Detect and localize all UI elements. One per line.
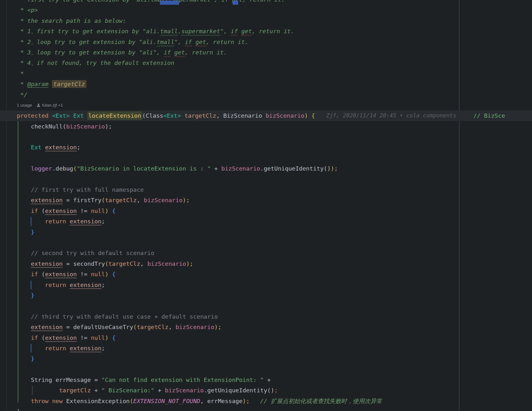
selection-highlight (233, 1, 238, 5)
code-line[interactable] (0, 174, 532, 184)
code-line[interactable]: } (0, 353, 532, 364)
code-line[interactable]: * <p> (0, 5, 532, 15)
code-token: ; (101, 218, 105, 225)
code-token: 扩展点初始化或者查找失败时，使用次异常 (271, 398, 382, 404)
code-token: . (178, 28, 181, 34)
code-token: ); (183, 197, 190, 203)
code-token (48, 81, 52, 87)
code-token: ); (186, 260, 193, 267)
code-token (17, 271, 31, 277)
code-line[interactable]: // second try with default scenario (0, 248, 532, 258)
code-line[interactable]: // first try with full namespace (0, 184, 532, 195)
code-line[interactable]: return extension; (0, 216, 532, 227)
code-token: get (174, 49, 185, 56)
code-token: bizScenario (175, 324, 214, 330)
code-line[interactable]: */ (0, 90, 532, 100)
code-line[interactable] (0, 364, 532, 375)
code-token (17, 165, 31, 172)
code-token: ", (174, 39, 185, 45)
code-token: = firstTry (63, 197, 102, 203)
code-area[interactable]: * first try to get extension by "ali.tma… (0, 0, 532, 411)
code-line[interactable]: logger.debug("BizScenario in locateExten… (0, 163, 532, 174)
code-line[interactable]: } (0, 290, 532, 301)
code-token: , (137, 197, 144, 203)
code-token: tmall (160, 28, 178, 34)
code-line[interactable]: * the search path is as below: (0, 16, 532, 26)
code-line[interactable]: if (extension != null) { (0, 206, 532, 216)
code-line[interactable]: extension = firstTry(targetClz, bizScena… (0, 195, 532, 205)
code-token: extension (31, 197, 63, 203)
code-line[interactable]: String errMessage = "Can not find extens… (0, 375, 532, 385)
code-token: * (20, 70, 24, 77)
code-token (17, 208, 31, 214)
code-token: EXTENSION_NOT_FOUND (133, 398, 200, 404)
code-token (171, 49, 174, 56)
code-line[interactable]: if (extension != null) { (0, 333, 532, 343)
code-token: targetClz (105, 197, 136, 203)
code-token: // BizSce (473, 110, 505, 121)
code-token (17, 398, 31, 404)
code-line[interactable] (0, 132, 532, 142)
code-token: tmall (157, 39, 174, 45)
scope-indent-guide (31, 344, 31, 352)
code-line[interactable]: 1 usagefulan.zjf +1 (0, 100, 532, 110)
code-line[interactable]: return extension; (0, 343, 532, 353)
code-line[interactable]: * @param targetClz (0, 79, 532, 89)
code-line[interactable]: targetClz + " BizScenario:" + bizScenari… (0, 385, 532, 395)
code-line[interactable]: } (0, 406, 532, 411)
user-icon (36, 103, 41, 107)
author-hint[interactable]: fulan.zjf +1 (42, 103, 63, 108)
code-line[interactable]: checkNull(bizScenario); (0, 121, 532, 132)
code-token (17, 229, 31, 235)
code-line[interactable]: extension = secondTry(targetClz, bizScen… (0, 258, 532, 269)
code-line[interactable]: } (0, 227, 532, 237)
code-line[interactable]: * 1、first try to get extension by "ali.t… (0, 26, 532, 36)
code-line[interactable]: * (0, 68, 532, 79)
code-token: ( (41, 208, 45, 214)
code-token: extension (45, 334, 77, 341)
code-line[interactable]: throw new ExtensionException(EXTENSION_N… (0, 396, 532, 406)
code-line[interactable] (0, 301, 532, 311)
code-token: return (45, 282, 70, 288)
code-token (238, 28, 241, 34)
code-line[interactable] (0, 153, 532, 163)
code-line[interactable]: // third try with default use case + def… (0, 311, 532, 322)
code-token: ) (105, 334, 109, 341)
code-line[interactable]: * 4、if not found, try the default extens… (0, 58, 532, 68)
code-token: ; (334, 165, 338, 172)
code-token: extension (45, 144, 77, 151)
code-token: { (112, 334, 116, 341)
code-token: "BizScenario in locateExtension is : " (77, 165, 211, 172)
code-token: { (112, 271, 116, 277)
code-token: // second try with default scenario (31, 250, 155, 256)
scope-indent-guide (31, 217, 31, 226)
code-token: targetClz (185, 112, 216, 119)
code-line[interactable]: * first try to get extension by "ali.tma… (0, 0, 532, 5)
code-editor-pane[interactable]: * first try to get extension by "ali.tma… (0, 0, 532, 411)
code-token: targetClz (109, 260, 140, 267)
code-line[interactable]: if (extension != null) { (0, 269, 532, 279)
code-line[interactable]: extension = defaultUseCaseTry(targetClz,… (0, 322, 532, 332)
code-token: = defaultUseCaseTry (63, 324, 133, 330)
code-token: ; (246, 398, 250, 404)
code-line[interactable]: protected <Ext> Ext locateExtension(Clas… (0, 110, 532, 121)
code-token (17, 387, 59, 394)
code-token: .getUniqueIdentity() (204, 387, 274, 394)
code-token (17, 260, 31, 267)
code-token: extension (45, 208, 77, 214)
code-token: null (91, 334, 105, 341)
code-line[interactable]: return extension; (0, 280, 532, 290)
code-token: "Can not find extension with ExtensionPo… (101, 377, 263, 383)
code-token: ( (41, 334, 45, 341)
code-token: targetClz (59, 387, 91, 394)
code-token: get (241, 28, 252, 34)
code-token (17, 355, 31, 362)
code-token: extension (70, 282, 101, 288)
code-line[interactable]: * 3、loop try to get extension by "ali", … (0, 47, 532, 58)
code-line[interactable] (0, 237, 532, 248)
code-line[interactable]: Ext extension; (0, 142, 532, 153)
code-token (250, 398, 260, 404)
code-token: .debug (52, 165, 73, 172)
usages-hint[interactable]: 1 usage (17, 103, 32, 108)
code-line[interactable]: * 2、loop try to get extension by "ali.tm… (0, 37, 532, 47)
